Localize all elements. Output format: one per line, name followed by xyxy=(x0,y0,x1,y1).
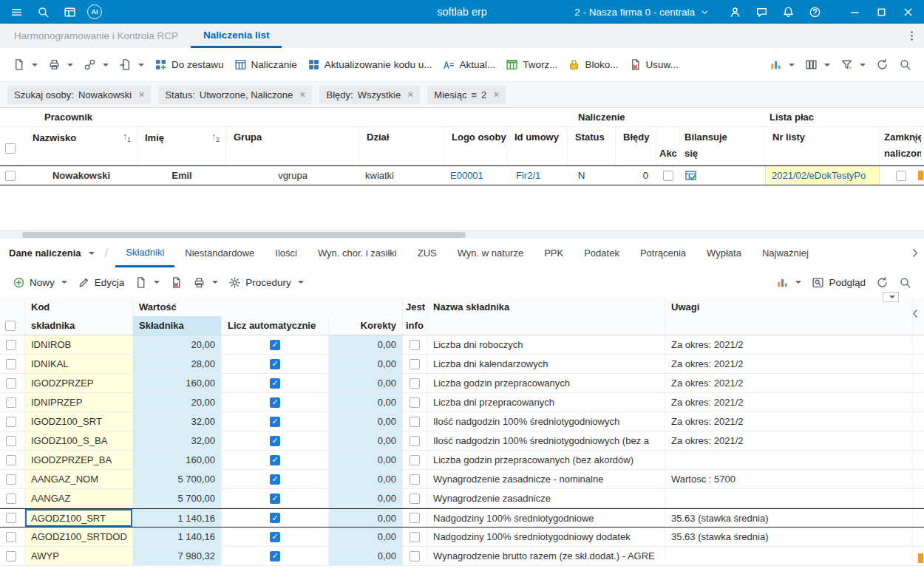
component-row[interactable]: IGODZPRZEP160,00✓0,00Liczba godzin przep… xyxy=(0,374,924,393)
aktual-button[interactable]: Aktual... xyxy=(437,54,500,75)
component-value-cell[interactable]: 160,00 xyxy=(133,374,222,392)
export-button[interactable] xyxy=(114,54,149,75)
component-korekty-cell[interactable]: 0,00 xyxy=(329,355,403,373)
row-select-checkbox[interactable] xyxy=(0,412,25,431)
component-row[interactable]: IDNIKAL28,00✓0,00Liczba dni kalendarzowy… xyxy=(0,355,924,374)
licz-automatycznie-checkbox[interactable]: ✓ xyxy=(222,451,329,469)
jest-info-checkbox[interactable] xyxy=(403,335,427,354)
employee-id-umowy[interactable]: Fir2/1 xyxy=(507,166,568,185)
delete-row-button[interactable] xyxy=(165,272,188,293)
naliczanie-button[interactable]: Naliczanie xyxy=(229,54,302,75)
ai-assistant-icon[interactable]: AI xyxy=(87,4,102,19)
tab-harmonogramowanie[interactable]: Harmonogramowanie i Kontrola RCP xyxy=(1,24,191,48)
column-jest-info[interactable]: Jest xyxy=(403,297,427,316)
column-bilansuje-sie[interactable]: Bilansujesię xyxy=(680,127,765,165)
column-imie[interactable]: Imię↑2 xyxy=(137,127,226,165)
column-nazwisko[interactable]: Nazwisko↑1 xyxy=(25,127,137,165)
column-korekty[interactable]: Korekty xyxy=(329,316,403,335)
column-nr-listy[interactable]: Nr listy xyxy=(765,127,880,165)
collapse-right-panel-icon[interactable] xyxy=(909,307,922,320)
refresh-button[interactable] xyxy=(871,54,894,75)
component-code-cell[interactable]: IDNIROB xyxy=(25,335,133,354)
new-document-button[interactable] xyxy=(7,54,43,75)
row-select-checkbox[interactable] xyxy=(5,171,16,181)
section-tab-wyn-chor-i-zasiłki[interactable]: Wyn. chor. i zasiłki xyxy=(308,239,407,267)
nowy-button[interactable]: Nowy xyxy=(7,272,72,293)
select-all-checkbox[interactable] xyxy=(5,143,16,154)
component-row[interactable]: IGODZ100_S_BA32,00✓0,00Ilość nadgodzin 1… xyxy=(0,431,924,451)
edycja-button[interactable]: Edycja xyxy=(72,272,130,293)
filter-chip-errors[interactable]: Błędy: Wszystkie × xyxy=(319,86,420,104)
chart-view-button[interactable] xyxy=(771,272,806,293)
filter-chip-month[interactable]: Miesiąc ≡ 2 × xyxy=(427,86,506,104)
podglad-button[interactable]: Podgląd xyxy=(806,272,871,293)
print-button[interactable] xyxy=(43,54,78,75)
component-korekty-cell[interactable]: 0,00 xyxy=(329,412,403,431)
component-row[interactable]: AGODZ100_SRT1 140,16✓0,00Nadgodziny 100%… xyxy=(0,508,924,528)
licz-automatycznie-checkbox[interactable]: ✓ xyxy=(222,335,329,354)
licz-automatycznie-checkbox[interactable]: ✓ xyxy=(222,489,329,508)
component-korekty-cell[interactable]: 0,00 xyxy=(329,431,403,450)
column-grupa[interactable]: Grupa xyxy=(226,127,359,165)
horizontal-scrollbar[interactable] xyxy=(0,230,924,239)
section-tab-ppk[interactable]: PPK xyxy=(534,239,574,267)
component-value-cell[interactable]: 1 140,16 xyxy=(133,528,222,546)
component-value-cell[interactable]: 5 700,00 xyxy=(133,470,222,488)
component-code-cell[interactable]: AANGAZ_NOM xyxy=(25,470,133,488)
component-code-cell[interactable]: AGODZ100_SRT xyxy=(25,509,133,527)
jest-info-checkbox[interactable] xyxy=(403,431,427,450)
jest-info-checkbox[interactable] xyxy=(403,451,427,469)
do-zestawu-button[interactable]: Do zestawu xyxy=(149,54,229,75)
component-value-cell[interactable]: 20,00 xyxy=(133,335,222,354)
component-row[interactable]: IDNIROB20,00✓0,00Liczba dni roboczychZa … xyxy=(0,335,924,355)
component-korekty-cell[interactable]: 0,00 xyxy=(329,528,403,546)
component-value-cell[interactable]: 7 980,32 xyxy=(133,547,222,565)
row-select-checkbox[interactable] xyxy=(0,335,25,354)
jest-info-checkbox[interactable] xyxy=(403,355,427,373)
component-korekty-cell[interactable]: 0,00 xyxy=(329,393,403,412)
column-licz-automatycznie[interactable]: Licz automatycznie xyxy=(222,316,329,335)
employee-akc-checkbox[interactable] xyxy=(656,166,680,185)
column-logo-osoby[interactable]: Logo osoby xyxy=(444,127,507,165)
search-button[interactable] xyxy=(894,54,917,75)
section-tab-ilości[interactable]: Ilości xyxy=(265,239,308,267)
row-select-checkbox[interactable] xyxy=(0,528,25,546)
component-korekty-cell[interactable]: 0,00 xyxy=(329,547,403,565)
maximize-window-icon[interactable] xyxy=(868,0,894,24)
component-value-cell[interactable]: 1 140,16 xyxy=(133,509,222,527)
section-tab-składniki[interactable]: Składniki xyxy=(115,239,174,267)
licz-automatycznie-checkbox[interactable]: ✓ xyxy=(222,528,329,546)
filter-button[interactable] xyxy=(835,54,871,75)
hamburger-menu-icon[interactable] xyxy=(3,0,30,24)
remove-filter-icon[interactable]: × xyxy=(493,89,499,100)
minimize-window-icon[interactable] xyxy=(841,0,868,24)
link-button[interactable] xyxy=(78,54,114,75)
component-korekty-cell[interactable]: 0,00 xyxy=(329,451,403,469)
component-row[interactable]: IGODZ100_SRT32,00✓0,00Ilość nadgodzin 10… xyxy=(0,412,924,431)
print-components-button[interactable] xyxy=(188,272,223,293)
row-select-checkbox[interactable] xyxy=(0,489,25,508)
component-code-cell[interactable]: IGODZPRZEP_BA xyxy=(25,451,133,469)
jest-info-checkbox[interactable] xyxy=(403,509,427,527)
procedury-button[interactable]: Procedury xyxy=(223,272,309,293)
filter-chip-person[interactable]: Szukaj osoby: Nowakowski × xyxy=(7,86,151,104)
section-tab-niestandardowe[interactable]: Niestandardowe xyxy=(174,239,265,267)
licz-automatycznie-checkbox[interactable]: ✓ xyxy=(222,374,329,392)
licz-automatycznie-checkbox[interactable]: ✓ xyxy=(222,393,329,412)
tab-overflow-menu-icon[interactable] xyxy=(899,24,924,48)
global-search-icon[interactable] xyxy=(30,0,56,24)
jest-info-checkbox[interactable] xyxy=(403,412,427,431)
remove-filter-icon[interactable]: × xyxy=(138,89,144,100)
component-value-cell[interactable]: 20,00 xyxy=(133,393,222,412)
licz-automatycznie-checkbox[interactable]: ✓ xyxy=(222,509,329,527)
licz-automatycznie-checkbox[interactable]: ✓ xyxy=(222,470,329,488)
component-row[interactable]: AGODZ100_SRTDOD1 140,16✓0,00Nadgodziny 1… xyxy=(0,528,924,547)
company-selector[interactable]: 2 - Nasza firma 0 - centrala xyxy=(567,7,717,18)
component-code-cell[interactable]: IGODZ100_SRT xyxy=(25,412,133,431)
dane-naliczenia-selector[interactable]: Dane naliczenia xyxy=(9,239,95,267)
row-select-checkbox[interactable] xyxy=(0,374,25,392)
columns-layout-button[interactable] xyxy=(800,54,835,75)
row-select-checkbox[interactable] xyxy=(0,509,25,527)
column-dzial[interactable]: Dział xyxy=(359,127,444,165)
tworz-button[interactable]: Tworz... xyxy=(500,54,563,75)
